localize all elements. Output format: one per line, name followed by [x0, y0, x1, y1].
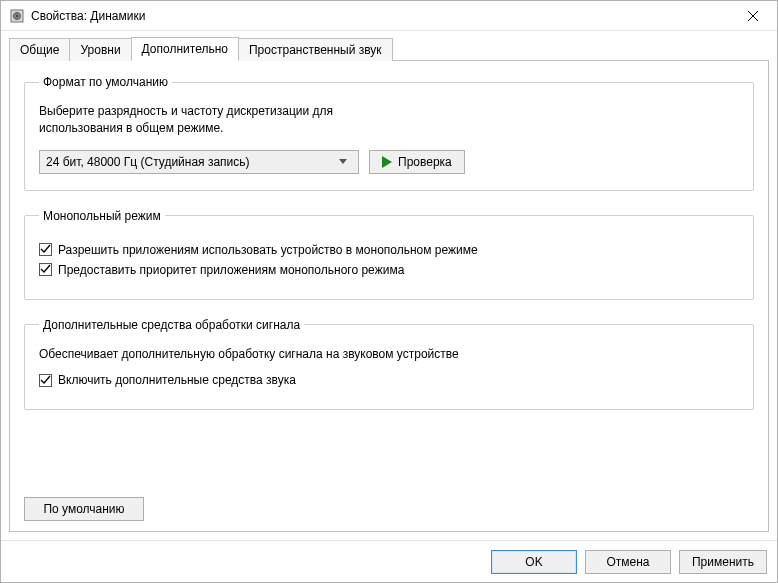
- checkmark-icon: [39, 263, 52, 276]
- play-icon: [382, 156, 392, 168]
- button-label: OK: [525, 555, 542, 569]
- group-enhancements: Дополнительные средства обработки сигнал…: [24, 318, 754, 410]
- tab-label: Общие: [20, 43, 59, 57]
- group-legend: Монопольный режим: [39, 209, 165, 223]
- tab-label: Уровни: [80, 43, 120, 57]
- format-select[interactable]: 24 бит, 48000 Гц (Студийная запись): [39, 150, 359, 174]
- checkmark-icon: [39, 243, 52, 256]
- titlebar: Свойства: Динамики: [1, 1, 777, 31]
- button-label: Отмена: [606, 555, 649, 569]
- dialog-footer: OK Отмена Применить: [1, 540, 777, 582]
- checkbox-label: Предоставить приоритет приложениям моноп…: [58, 263, 404, 277]
- tab-advanced[interactable]: Дополнительно: [131, 37, 239, 61]
- window-frame: Свойства: Динамики Общие Уровни Дополнит…: [0, 0, 778, 583]
- group-legend: Формат по умолчанию: [39, 75, 172, 89]
- checkmark-icon: [39, 374, 52, 387]
- checkbox-allow-exclusive[interactable]: Разрешить приложениям использовать устро…: [39, 243, 739, 257]
- checkbox-exclusive-priority[interactable]: Предоставить приоритет приложениям моноп…: [39, 263, 739, 277]
- checkbox-label: Включить дополнительные средства звука: [58, 373, 296, 387]
- default-format-description: Выберите разрядность и частоту дискретиз…: [39, 103, 399, 138]
- checkbox-label: Разрешить приложениям использовать устро…: [58, 243, 478, 257]
- button-label: Применить: [692, 555, 754, 569]
- group-default-format: Формат по умолчанию Выберите разрядность…: [24, 75, 754, 191]
- test-button[interactable]: Проверка: [369, 150, 465, 174]
- group-exclusive-mode: Монопольный режим Разрешить приложениям …: [24, 209, 754, 300]
- close-icon: [748, 11, 758, 21]
- tab-panel-advanced: Формат по умолчанию Выберите разрядность…: [9, 60, 769, 532]
- tab-levels[interactable]: Уровни: [69, 38, 131, 61]
- test-button-label: Проверка: [398, 155, 452, 169]
- tab-spatial-sound[interactable]: Пространственный звук: [238, 38, 393, 61]
- restore-defaults-button[interactable]: По умолчанию: [24, 497, 144, 521]
- tab-strip: Общие Уровни Дополнительно Пространствен…: [9, 37, 769, 61]
- tab-label: Дополнительно: [142, 42, 228, 56]
- cancel-button[interactable]: Отмена: [585, 550, 671, 574]
- content-area: Общие Уровни Дополнительно Пространствен…: [1, 31, 777, 540]
- enhancements-description: Обеспечивает дополнительную обработку си…: [39, 346, 739, 363]
- checkbox-enable-enhancements[interactable]: Включить дополнительные средства звука: [39, 373, 739, 387]
- group-legend: Дополнительные средства обработки сигнал…: [39, 318, 304, 332]
- speaker-icon: [9, 8, 25, 24]
- window-title: Свойства: Динамики: [31, 9, 733, 23]
- ok-button[interactable]: OK: [491, 550, 577, 574]
- chevron-down-icon: [334, 151, 352, 173]
- format-select-value: 24 бит, 48000 Гц (Студийная запись): [46, 155, 334, 169]
- button-label: По умолчанию: [43, 502, 124, 516]
- apply-button[interactable]: Применить: [679, 550, 767, 574]
- close-button[interactable]: [733, 2, 773, 30]
- tab-label: Пространственный звук: [249, 43, 382, 57]
- svg-point-2: [16, 14, 18, 16]
- tab-general[interactable]: Общие: [9, 38, 70, 61]
